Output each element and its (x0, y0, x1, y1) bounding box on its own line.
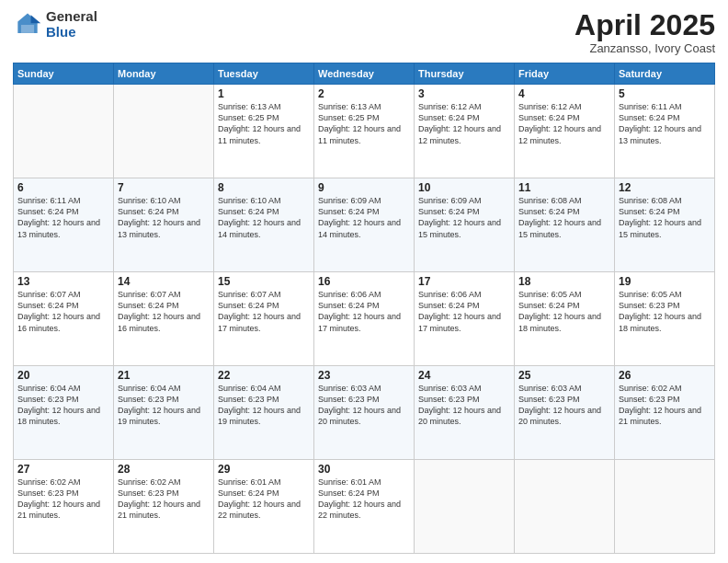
day-number: 9 (318, 181, 410, 194)
logo-general: General (46, 9, 97, 25)
day-number: 26 (619, 369, 711, 382)
day-number: 24 (418, 369, 510, 382)
calendar-cell: 24Sunrise: 6:03 AM Sunset: 6:23 PM Dayli… (415, 366, 515, 460)
day-number: 17 (418, 275, 510, 288)
calendar-cell: 27Sunrise: 6:02 AM Sunset: 6:23 PM Dayli… (14, 460, 114, 554)
calendar-cell: 6Sunrise: 6:11 AM Sunset: 6:24 PM Daylig… (14, 178, 114, 272)
calendar-cell: 18Sunrise: 6:05 AM Sunset: 6:24 PM Dayli… (515, 272, 615, 366)
day-info: Sunrise: 6:11 AM Sunset: 6:24 PM Dayligh… (17, 195, 109, 240)
calendar-cell: 3Sunrise: 6:12 AM Sunset: 6:24 PM Daylig… (415, 85, 515, 178)
calendar-cell: 4Sunrise: 6:12 AM Sunset: 6:24 PM Daylig… (515, 85, 615, 178)
logo-icon (13, 10, 42, 40)
day-info: Sunrise: 6:03 AM Sunset: 6:23 PM Dayligh… (318, 383, 410, 428)
day-info: Sunrise: 6:11 AM Sunset: 6:24 PM Dayligh… (619, 101, 711, 146)
day-number: 29 (218, 463, 310, 476)
day-info: Sunrise: 6:04 AM Sunset: 6:23 PM Dayligh… (118, 383, 210, 428)
day-info: Sunrise: 6:13 AM Sunset: 6:25 PM Dayligh… (318, 101, 410, 146)
calendar-cell: 10Sunrise: 6:09 AM Sunset: 6:24 PM Dayli… (415, 178, 515, 272)
calendar-cell: 21Sunrise: 6:04 AM Sunset: 6:23 PM Dayli… (114, 366, 214, 460)
day-info: Sunrise: 6:09 AM Sunset: 6:24 PM Dayligh… (418, 195, 510, 240)
calendar-cell: 20Sunrise: 6:04 AM Sunset: 6:23 PM Dayli… (14, 366, 114, 460)
calendar-cell: 26Sunrise: 6:02 AM Sunset: 6:23 PM Dayli… (615, 366, 715, 460)
day-header-sunday: Sunday (14, 63, 114, 85)
calendar-cell: 15Sunrise: 6:07 AM Sunset: 6:24 PM Dayli… (214, 272, 314, 366)
calendar-cell: 1Sunrise: 6:13 AM Sunset: 6:25 PM Daylig… (214, 85, 314, 178)
day-info: Sunrise: 6:02 AM Sunset: 6:23 PM Dayligh… (619, 383, 711, 428)
calendar-cell (515, 460, 615, 554)
day-number: 3 (418, 87, 510, 100)
calendar-week-row: 13Sunrise: 6:07 AM Sunset: 6:24 PM Dayli… (14, 272, 715, 366)
day-info: Sunrise: 6:03 AM Sunset: 6:23 PM Dayligh… (418, 383, 510, 428)
day-number: 4 (518, 87, 610, 100)
day-info: Sunrise: 6:06 AM Sunset: 6:24 PM Dayligh… (318, 289, 410, 334)
day-header-monday: Monday (114, 63, 214, 85)
day-number: 10 (418, 181, 510, 194)
day-number: 11 (518, 181, 610, 194)
day-info: Sunrise: 6:02 AM Sunset: 6:23 PM Dayligh… (17, 477, 109, 522)
day-number: 14 (118, 275, 210, 288)
day-number: 25 (518, 369, 610, 382)
day-info: Sunrise: 6:08 AM Sunset: 6:24 PM Dayligh… (518, 195, 610, 240)
calendar-cell: 8Sunrise: 6:10 AM Sunset: 6:24 PM Daylig… (214, 178, 314, 272)
day-header-friday: Friday (515, 63, 615, 85)
calendar-cell: 30Sunrise: 6:01 AM Sunset: 6:24 PM Dayli… (314, 460, 415, 554)
calendar-cell: 14Sunrise: 6:07 AM Sunset: 6:24 PM Dayli… (114, 272, 214, 366)
day-info: Sunrise: 6:04 AM Sunset: 6:23 PM Dayligh… (218, 383, 310, 428)
calendar-cell: 29Sunrise: 6:01 AM Sunset: 6:24 PM Dayli… (214, 460, 314, 554)
calendar-week-row: 20Sunrise: 6:04 AM Sunset: 6:23 PM Dayli… (14, 366, 715, 460)
calendar-cell (114, 85, 214, 178)
day-number: 30 (318, 463, 410, 476)
day-info: Sunrise: 6:01 AM Sunset: 6:24 PM Dayligh… (218, 477, 310, 522)
calendar-cell: 2Sunrise: 6:13 AM Sunset: 6:25 PM Daylig… (314, 85, 415, 178)
calendar-table: SundayMondayTuesdayWednesdayThursdayFrid… (13, 63, 715, 554)
calendar-cell: 16Sunrise: 6:06 AM Sunset: 6:24 PM Dayli… (314, 272, 415, 366)
day-info: Sunrise: 6:07 AM Sunset: 6:24 PM Dayligh… (17, 289, 109, 334)
calendar-cell: 9Sunrise: 6:09 AM Sunset: 6:24 PM Daylig… (314, 178, 415, 272)
calendar-week-row: 1Sunrise: 6:13 AM Sunset: 6:25 PM Daylig… (14, 85, 715, 178)
day-number: 6 (17, 181, 109, 194)
calendar-cell (14, 85, 114, 178)
day-header-thursday: Thursday (415, 63, 515, 85)
day-info: Sunrise: 6:06 AM Sunset: 6:24 PM Dayligh… (418, 289, 510, 334)
day-info: Sunrise: 6:10 AM Sunset: 6:24 PM Dayligh… (218, 195, 310, 240)
day-info: Sunrise: 6:12 AM Sunset: 6:24 PM Dayligh… (518, 101, 610, 146)
calendar-cell (615, 460, 715, 554)
calendar-cell: 23Sunrise: 6:03 AM Sunset: 6:23 PM Dayli… (314, 366, 415, 460)
day-number: 13 (17, 275, 109, 288)
calendar-header-row: SundayMondayTuesdayWednesdayThursdayFrid… (14, 63, 715, 85)
calendar-cell: 19Sunrise: 6:05 AM Sunset: 6:23 PM Dayli… (615, 272, 715, 366)
day-number: 8 (218, 181, 310, 194)
day-info: Sunrise: 6:09 AM Sunset: 6:24 PM Dayligh… (318, 195, 410, 240)
day-number: 15 (218, 275, 310, 288)
day-info: Sunrise: 6:08 AM Sunset: 6:24 PM Dayligh… (619, 195, 711, 240)
calendar-cell: 7Sunrise: 6:10 AM Sunset: 6:24 PM Daylig… (114, 178, 214, 272)
calendar-cell: 13Sunrise: 6:07 AM Sunset: 6:24 PM Dayli… (14, 272, 114, 366)
day-number: 20 (17, 369, 109, 382)
day-number: 23 (318, 369, 410, 382)
day-info: Sunrise: 6:03 AM Sunset: 6:23 PM Dayligh… (518, 383, 610, 428)
location-subtitle: Zanzansso, Ivory Coast (574, 41, 715, 55)
day-number: 19 (619, 275, 711, 288)
day-info: Sunrise: 6:05 AM Sunset: 6:23 PM Dayligh… (619, 289, 711, 334)
day-number: 18 (518, 275, 610, 288)
day-header-saturday: Saturday (615, 63, 715, 85)
day-number: 22 (218, 369, 310, 382)
title-block: April 2025 Zanzansso, Ivory Coast (574, 9, 715, 55)
calendar-week-row: 6Sunrise: 6:11 AM Sunset: 6:24 PM Daylig… (14, 178, 715, 272)
calendar-cell: 28Sunrise: 6:02 AM Sunset: 6:23 PM Dayli… (114, 460, 214, 554)
calendar-week-row: 27Sunrise: 6:02 AM Sunset: 6:23 PM Dayli… (14, 460, 715, 554)
calendar-cell: 11Sunrise: 6:08 AM Sunset: 6:24 PM Dayli… (515, 178, 615, 272)
day-number: 2 (318, 87, 410, 100)
day-number: 21 (118, 369, 210, 382)
day-number: 7 (118, 181, 210, 194)
day-info: Sunrise: 6:07 AM Sunset: 6:24 PM Dayligh… (218, 289, 310, 334)
logo: General Blue (13, 9, 97, 40)
day-info: Sunrise: 6:04 AM Sunset: 6:23 PM Dayligh… (17, 383, 109, 428)
calendar-cell: 12Sunrise: 6:08 AM Sunset: 6:24 PM Dayli… (615, 178, 715, 272)
calendar-cell: 5Sunrise: 6:11 AM Sunset: 6:24 PM Daylig… (615, 85, 715, 178)
header: General Blue April 2025 Zanzansso, Ivory… (13, 9, 715, 55)
day-info: Sunrise: 6:10 AM Sunset: 6:24 PM Dayligh… (118, 195, 210, 240)
day-info: Sunrise: 6:12 AM Sunset: 6:24 PM Dayligh… (418, 101, 510, 146)
day-number: 5 (619, 87, 711, 100)
day-number: 27 (17, 463, 109, 476)
